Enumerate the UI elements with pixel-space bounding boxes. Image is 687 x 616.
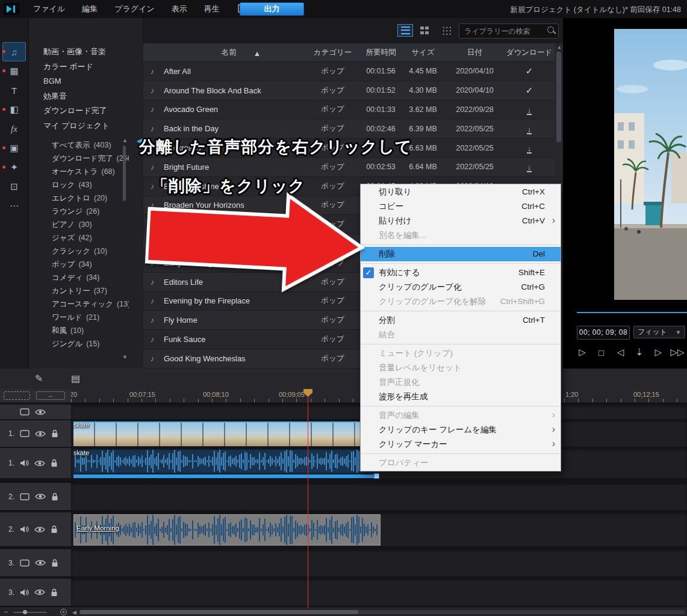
menu-item[interactable]: 編集 bbox=[74, 1, 105, 17]
download-status-icon[interactable] bbox=[504, 66, 555, 76]
eye-icon[interactable] bbox=[34, 460, 45, 467]
context-menu-item[interactable]: ✓ 音声の編集 › bbox=[361, 408, 561, 423]
effect-room-icon[interactable]: fx bbox=[2, 119, 26, 138]
scroll-down-icon[interactable]: ▼ bbox=[122, 354, 128, 360]
previous-frame-button[interactable]: ◁ bbox=[613, 345, 627, 359]
audio-clip-selected[interactable] bbox=[73, 449, 379, 473]
track-lane[interactable] bbox=[71, 549, 687, 576]
library-menu-icon[interactable] bbox=[442, 26, 452, 36]
library-section-item[interactable]: マイ プロジェクト bbox=[29, 119, 142, 134]
menu-item[interactable]: 再生 bbox=[196, 1, 228, 17]
Bright Future[interactable]: ♪ Bright Future ポップ 00:02:53 6.64 MB 202… bbox=[143, 158, 555, 177]
context-menu-item[interactable]: ✓ クリップのキー フレームを編集 › bbox=[361, 423, 561, 437]
library-category-item[interactable]: コメディ(34) bbox=[29, 271, 129, 284]
subtitle-room-icon[interactable]: ⊡ bbox=[2, 177, 26, 196]
context-menu-item[interactable]: ✓ 波形を再生成 › bbox=[361, 390, 561, 404]
library-section-item[interactable]: ダウンロード完了 bbox=[29, 104, 142, 119]
grid-view-button[interactable] bbox=[417, 24, 432, 37]
scroll-up-icon[interactable]: ▲ bbox=[122, 137, 128, 143]
download-status-icon[interactable] bbox=[504, 85, 555, 96]
scroll-up-icon[interactable]: ▲ bbox=[557, 45, 562, 50]
more-room-icon[interactable]: ⋯ bbox=[2, 196, 26, 216]
lock-icon[interactable] bbox=[51, 588, 58, 597]
library-section-item[interactable]: 効果音 bbox=[29, 89, 142, 104]
marquee-select-button[interactable] bbox=[4, 391, 30, 400]
context-menu-item[interactable]: ✓ プロパティー › bbox=[361, 456, 561, 470]
context-menu-item[interactable]: ✓ 有効にする Shift+E › bbox=[361, 266, 561, 280]
color-board-icon[interactable]: ▦ bbox=[2, 61, 26, 81]
library-category-item[interactable]: ラウンジ(26) bbox=[29, 205, 129, 218]
library-category-item[interactable]: クラシック(10) bbox=[29, 244, 129, 258]
library-category-item[interactable]: ロック(43) bbox=[29, 178, 129, 191]
library-section-item[interactable]: 動画・画像・音楽 bbox=[29, 45, 142, 60]
eye-icon[interactable] bbox=[34, 526, 45, 533]
library-category-item[interactable]: 和風(10) bbox=[29, 324, 129, 337]
lock-icon[interactable] bbox=[51, 559, 58, 567]
eye-icon[interactable] bbox=[34, 589, 45, 596]
context-menu-item[interactable]: ✓ 音量レベルをリセット › bbox=[361, 361, 561, 375]
particle-room-icon[interactable]: ✦ bbox=[2, 158, 26, 177]
library-category-item[interactable]: ワールド(21) bbox=[29, 311, 129, 324]
lock-icon[interactable] bbox=[51, 459, 58, 467]
scrollbar-thumb[interactable] bbox=[123, 146, 126, 201]
menu-item[interactable]: 表示 bbox=[164, 1, 195, 17]
produce-button[interactable]: 出力 bbox=[240, 2, 304, 16]
video-clip[interactable] bbox=[73, 422, 379, 446]
Around The Block And Back[interactable]: ♪ Around The Block And Back ポップ 00:01:52… bbox=[143, 81, 555, 101]
context-menu-item[interactable]: ✓ コピー Ctrl+C › bbox=[361, 199, 561, 214]
context-menu-item[interactable]: ✓ 削除 Del › bbox=[361, 247, 561, 261]
library-category-item[interactable]: ダウンロード完了(256) bbox=[29, 152, 129, 165]
library-category-item[interactable]: アコースティック(13) bbox=[29, 297, 129, 311]
track-lane[interactable] bbox=[71, 483, 687, 510]
context-menu-item[interactable]: ✓ 切り取り Ctrl+X › bbox=[361, 185, 561, 199]
next-frame-button[interactable]: ▷ bbox=[651, 345, 665, 359]
lock-icon[interactable] bbox=[51, 525, 58, 534]
menu-item[interactable]: プラグイン bbox=[107, 1, 163, 17]
zoom-fit-dropdown[interactable]: フィット ▼ bbox=[633, 326, 685, 338]
context-menu-item[interactable]: ✓ クリップ マーカー › bbox=[361, 437, 561, 452]
download-status-icon[interactable] bbox=[504, 143, 555, 154]
track-height-button[interactable] bbox=[36, 391, 65, 400]
zoom-out-icon[interactable]: − bbox=[4, 608, 8, 616]
context-menu-item[interactable]: ✓ 結合 › bbox=[361, 328, 561, 342]
snapshot-button[interactable]: ⇣ bbox=[632, 345, 647, 359]
track-lane[interactable]: Early Morning bbox=[71, 512, 687, 546]
zoom-slider-knob[interactable] bbox=[23, 610, 27, 614]
media-room-icon[interactable]: ♫ bbox=[2, 42, 26, 61]
download-status-icon[interactable] bbox=[504, 123, 555, 134]
pip-room-icon[interactable]: ▣ bbox=[2, 138, 26, 158]
context-menu-item[interactable]: ✓ 音声正規化 › bbox=[361, 375, 561, 390]
library-category-item[interactable]: カントリー(37) bbox=[29, 284, 129, 297]
playhead-line[interactable] bbox=[308, 389, 308, 608]
lock-icon[interactable] bbox=[51, 493, 58, 501]
context-menu-item[interactable]: ✓ クリップのグループ化を解除 Ctrl+Shift+G › bbox=[361, 294, 561, 309]
eye-icon[interactable] bbox=[35, 409, 46, 415]
track-lane[interactable] bbox=[71, 579, 687, 606]
eye-icon[interactable] bbox=[35, 493, 46, 500]
library-section-item[interactable]: カラー ボード bbox=[29, 60, 142, 75]
library-category-item[interactable]: ピアノ(30) bbox=[29, 218, 129, 231]
scrollbar-thumb[interactable] bbox=[556, 52, 561, 142]
context-menu-item[interactable]: ✓ クリップのグループ化 Ctrl+G › bbox=[361, 280, 561, 294]
download-status-icon[interactable] bbox=[504, 104, 555, 115]
menu-item[interactable]: ファイル bbox=[25, 1, 73, 17]
After All[interactable]: ♪ After All ポップ 00:01:56 4.45 MB 2020/04… bbox=[143, 62, 555, 81]
library-category-item[interactable]: ジャズ(42) bbox=[29, 231, 129, 244]
library-category-item[interactable]: オーケストラ(68) bbox=[29, 165, 129, 178]
scroll-left-icon[interactable]: ◀ bbox=[72, 609, 76, 615]
library-category-item[interactable]: ポップ(34) bbox=[29, 258, 129, 271]
clip-resize-handle[interactable] bbox=[374, 473, 379, 479]
context-menu-item[interactable]: ✓ 貼り付け Ctrl+V › bbox=[361, 214, 561, 228]
fast-forward-button[interactable]: ▷▷ bbox=[670, 345, 685, 359]
library-category-item[interactable]: すべて表示(403) bbox=[29, 138, 129, 152]
table-header[interactable]: 名前▲ カテゴリー 所要時間 サイズ 日付 ダウンロード bbox=[143, 43, 555, 62]
scrollbar-thumb[interactable] bbox=[79, 610, 358, 614]
eye-icon[interactable] bbox=[35, 431, 46, 437]
pencil-tool-icon[interactable]: ✎ bbox=[35, 373, 43, 384]
context-menu-item[interactable]: ✓ 分割 Ctrl+T › bbox=[361, 313, 561, 328]
audio-clip[interactable]: Early Morning bbox=[73, 514, 381, 546]
context-menu-item[interactable]: ✓ 別名を編集... › bbox=[361, 228, 561, 243]
list-view-button[interactable] bbox=[397, 24, 413, 37]
preview-seek-bar[interactable] bbox=[577, 312, 687, 313]
title-room-icon[interactable]: T bbox=[2, 81, 26, 100]
